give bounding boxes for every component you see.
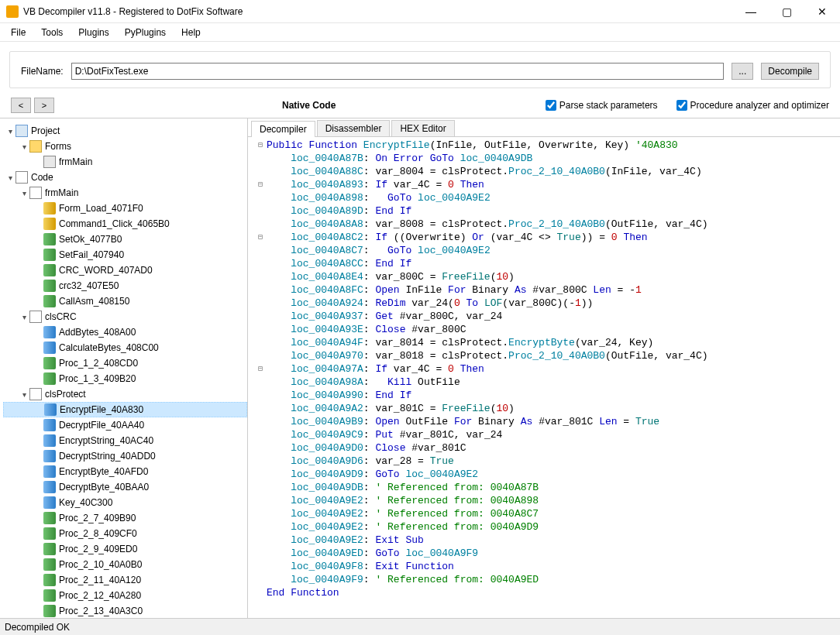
tab-disassembler[interactable]: Disassembler	[317, 120, 391, 136]
filename-toolbar: FileName: ... Decompile	[9, 51, 831, 88]
proc-icon	[43, 342, 56, 354]
code-line: loc_0040A94F: var_8014 = clsProtect.Encr…	[254, 336, 837, 349]
tree-proc-item[interactable]: Proc_2_12_40A280	[3, 588, 247, 603]
proc-analyzer-check-label[interactable]: Procedure analyzer and optimizer	[676, 100, 829, 111]
code-line: loc_0040A88C: var_8004 = clsProtect.Proc…	[254, 165, 837, 178]
gutter-icon	[254, 494, 267, 507]
proc-icon	[43, 280, 56, 292]
gutter-icon	[254, 402, 267, 415]
tree-proc-item[interactable]: EncryptFile_40A830	[3, 402, 247, 417]
tree-proc-item[interactable]: Form_Load_4071F0	[3, 201, 247, 216]
proc-analyzer-checkbox[interactable]	[676, 100, 687, 111]
maximize-button[interactable]: ▢	[769, 0, 804, 23]
tree-proc-item[interactable]: EncryptString_40AC40	[3, 433, 247, 448]
code-line: ⊟ loc_0040A8C2: If ((Overwrite) Or (var_…	[254, 231, 837, 244]
menu-pyplugins[interactable]: PyPlugins	[117, 25, 174, 40]
tree-code[interactable]: ▾ Code	[3, 170, 247, 185]
close-button[interactable]: ✕	[804, 0, 840, 23]
decompile-button[interactable]: Decompile	[761, 63, 819, 80]
proc-icon	[43, 512, 56, 524]
tree-proc-item[interactable]: DecryptByte_40BAA0	[3, 479, 247, 495]
gutter-icon	[254, 507, 267, 520]
tree-proc-item[interactable]: SetOk_4077B0	[3, 232, 247, 247]
menu-tools[interactable]: Tools	[33, 25, 71, 40]
code-line: loc_0040A93E: Close #var_800C	[254, 323, 837, 336]
proc-icon	[43, 558, 56, 571]
tree-proc-item[interactable]: Proc_2_10_40A0B0	[3, 557, 247, 572]
tree-proc-item[interactable]: DecryptFile_40AA40	[3, 417, 247, 433]
tree-proc-item[interactable]: CRC_WORD_407AD0	[3, 263, 247, 278]
menu-plugins[interactable]: Plugins	[71, 25, 116, 40]
tree-proc-item[interactable]: AddBytes_408A00	[3, 324, 247, 340]
menu-help[interactable]: Help	[174, 25, 208, 40]
nav-back-button[interactable]: <	[11, 98, 31, 113]
code-line: loc_0040A9F9: ' Referenced from: 0040A9E…	[254, 573, 837, 586]
gutter-icon	[254, 349, 267, 362]
tree-proc-item[interactable]: Proc_1_2_408CD0	[3, 355, 247, 371]
tree-proc-item[interactable]: Proc_2_7_409B90	[3, 510, 247, 526]
tab-hex[interactable]: HEX Editor	[391, 120, 454, 136]
gutter-icon	[254, 244, 267, 257]
gutter-icon	[254, 534, 267, 547]
tree-project[interactable]: ▾ Project	[3, 123, 247, 139]
form-icon	[43, 156, 56, 168]
gutter-icon	[254, 481, 267, 494]
proc-icon	[43, 496, 56, 509]
tree-proc-item[interactable]: CalculateBytes_408C00	[3, 340, 247, 355]
code-view[interactable]: ⊟Public Function EncryptFile(InFile, Out…	[248, 137, 840, 618]
gutter-icon	[254, 204, 267, 218]
code-tabs: Decompiler Disassembler HEX Editor	[248, 118, 840, 137]
tree-proc-item[interactable]: Proc_2_9_409ED0	[3, 541, 247, 557]
tree-proc-item[interactable]: crc32_407E50	[3, 278, 247, 293]
code-line: loc_0040A9E2: ' Referenced from: 0040A8C…	[254, 507, 837, 520]
tree-proc-item[interactable]: SetFail_407940	[3, 247, 247, 263]
code-line: loc_0040A9E2: Exit Sub	[254, 534, 837, 547]
nav-forward-button[interactable]: >	[34, 98, 54, 113]
code-line: loc_0040A98A: Kill OutFile	[254, 376, 837, 389]
proc-icon	[43, 527, 56, 540]
tree-form-frmmain[interactable]: frmMain	[3, 154, 247, 170]
tree-proc-item[interactable]: Command1_Click_4065B0	[3, 216, 247, 232]
code-line: loc_0040A8A8: var_8008 = clsProtect.Proc…	[254, 218, 837, 231]
gutter-icon: ⊟	[254, 178, 267, 191]
gutter-icon	[254, 297, 267, 310]
proc-icon	[43, 450, 56, 462]
gutter-icon	[254, 560, 267, 573]
tree-proc-item[interactable]: Proc_1_3_409B20	[3, 371, 247, 386]
proc-icon	[43, 434, 56, 447]
proc-icon	[43, 419, 56, 431]
tree-proc-item[interactable]: CallAsm_408150	[3, 293, 247, 309]
app-icon	[6, 5, 19, 18]
gutter-icon	[254, 468, 267, 481]
menu-file[interactable]: File	[3, 25, 33, 40]
tree-proc-item[interactable]: Proc_2_8_409CF0	[3, 526, 247, 541]
proc-icon	[43, 589, 56, 602]
tree-forms[interactable]: ▾ Forms	[3, 139, 247, 154]
tree-frmmain-code[interactable]: ▾ frmMain	[3, 185, 247, 201]
tree-panel[interactable]: ▾ Project ▾ Forms frmMain	[0, 118, 248, 618]
tab-decompiler[interactable]: Decompiler	[251, 121, 315, 137]
code-line: loc_0040A8C7: GoTo loc_0040A9E2	[254, 244, 837, 257]
native-code-label: Native Code	[282, 100, 336, 111]
tree-proc-item[interactable]: Proc_2_11_40A120	[3, 572, 247, 588]
tree-proc-item[interactable]: Proc_2_13_40A3C0	[3, 603, 247, 618]
code-line: ⊟ loc_0040A893: If var_4C = 0 Then	[254, 178, 837, 191]
proc-icon	[43, 202, 56, 215]
parse-stack-check-label[interactable]: Parse stack parameters	[546, 100, 658, 111]
filename-label: FileName:	[21, 66, 64, 77]
minimize-button[interactable]: —	[733, 0, 769, 23]
proc-icon	[43, 605, 56, 617]
tree-clscrc[interactable]: ▾ clsCRC	[3, 309, 247, 324]
filename-input[interactable]	[71, 63, 725, 80]
parse-stack-checkbox[interactable]	[546, 100, 556, 111]
tree-clsprotect[interactable]: ▾ clsProtect	[3, 386, 247, 402]
gutter-icon	[254, 191, 267, 204]
tree-proc-item[interactable]: EncryptByte_40AFD0	[3, 464, 247, 479]
browse-button[interactable]: ...	[732, 63, 753, 80]
code-line: loc_0040A9A2: var_801C = FreeFile(10)	[254, 402, 837, 415]
code-line: loc_0040A9D9: GoTo loc_0040A9E2	[254, 468, 837, 481]
proc-icon	[43, 295, 56, 307]
proc-icon	[43, 264, 56, 276]
tree-proc-item[interactable]: DecryptString_40ADD0	[3, 448, 247, 464]
tree-proc-item[interactable]: Key_40C300	[3, 495, 247, 510]
